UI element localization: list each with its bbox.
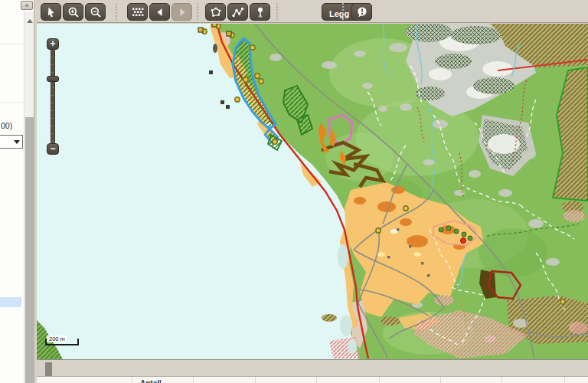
table-column-header[interactable] bbox=[379, 377, 440, 383]
toolbar-separator bbox=[342, 3, 344, 20]
map-toolbar: Legg til bbox=[37, 0, 588, 23]
zoom-out-button[interactable]: − bbox=[47, 143, 59, 155]
sidebar-divider bbox=[0, 44, 24, 44]
polyline-icon bbox=[232, 6, 244, 18]
sidebar-scrollbar[interactable] bbox=[24, 11, 34, 383]
draw-polygon-button[interactable] bbox=[205, 3, 226, 21]
sidebar-selected-row[interactable] bbox=[0, 297, 21, 307]
zoom-out-icon bbox=[90, 6, 101, 18]
table-column-header[interactable] bbox=[193, 377, 255, 383]
table-column-header[interactable] bbox=[501, 377, 564, 383]
zoom-out-tool-button[interactable] bbox=[85, 3, 106, 21]
sidebar-collapse-button[interactable]: « bbox=[21, 1, 33, 10]
bottom-panel: Antall bbox=[37, 359, 588, 383]
table-column-header[interactable]: Antall bbox=[132, 377, 193, 383]
zoom-slider-handle[interactable] bbox=[47, 76, 59, 82]
history-forward-button bbox=[172, 3, 192, 21]
scrollbar-thumb[interactable] bbox=[25, 117, 34, 383]
red-dot-marker bbox=[461, 238, 466, 244]
scroll-up-icon[interactable] bbox=[27, 19, 33, 23]
arrow-right-icon bbox=[176, 6, 188, 18]
table-column-header[interactable] bbox=[564, 377, 588, 383]
zoom-slider-track[interactable] bbox=[51, 49, 55, 144]
results-table-header: Antall bbox=[37, 376, 588, 383]
sidebar-partial-text: 00) bbox=[1, 121, 12, 130]
zoom-in-button[interactable]: + bbox=[47, 38, 59, 50]
draw-point-button[interactable] bbox=[250, 3, 270, 21]
map-canvas[interactable]: + − 200 m bbox=[37, 24, 588, 359]
table-column-header[interactable] bbox=[255, 377, 316, 383]
table-column-header[interactable] bbox=[316, 377, 379, 383]
info-bubble-icon bbox=[356, 6, 368, 18]
toolbar-separator bbox=[116, 3, 117, 20]
history-back-button[interactable] bbox=[149, 3, 170, 21]
table-column-header[interactable] bbox=[37, 377, 132, 383]
scale-label: 200 m bbox=[47, 336, 67, 342]
application-window: 00) « bbox=[0, 0, 588, 383]
map-pin-icon bbox=[254, 6, 266, 18]
chevron-down-icon bbox=[14, 140, 20, 144]
sidebar-divider bbox=[0, 102, 24, 103]
sidebar-dropdown[interactable] bbox=[0, 135, 23, 149]
arrow-left-icon bbox=[154, 6, 165, 18]
table-column-header[interactable] bbox=[440, 377, 501, 383]
map-tiles-icon bbox=[132, 7, 144, 17]
polygon-icon bbox=[210, 6, 222, 18]
select-tool-button[interactable] bbox=[41, 3, 61, 21]
toolbar-separator bbox=[197, 3, 198, 20]
map-zoom-slider[interactable]: + − bbox=[47, 38, 60, 155]
base-layers-button[interactable] bbox=[127, 3, 148, 21]
cursor-icon bbox=[45, 6, 57, 18]
map-image bbox=[37, 24, 588, 359]
left-sidebar: 00) « bbox=[0, 0, 37, 383]
info-button[interactable] bbox=[351, 3, 372, 21]
zoom-in-icon bbox=[67, 6, 79, 18]
toolbar-separator bbox=[276, 3, 278, 20]
draw-line-button[interactable] bbox=[227, 3, 248, 21]
zoom-in-tool-button[interactable] bbox=[63, 3, 83, 21]
